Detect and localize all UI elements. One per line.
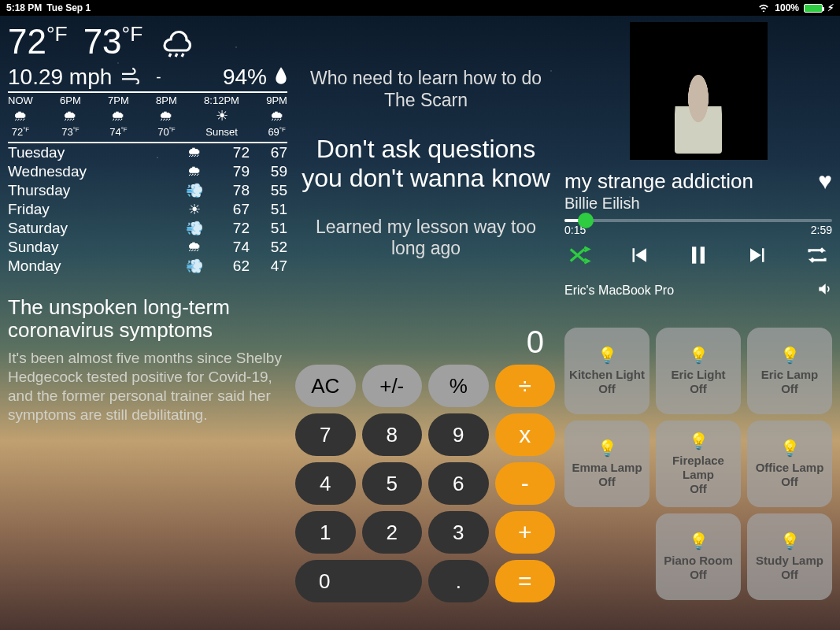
wind-speed: 10.29 mph	[8, 65, 112, 90]
rain-icon: 🌧	[179, 144, 210, 161]
svg-rect-0	[692, 246, 696, 263]
calc-decimal-button[interactable]: .	[428, 560, 489, 602]
wind-icon	[120, 67, 142, 88]
charging-icon: ⚡︎	[827, 2, 834, 13]
calc-0-button[interactable]: 0	[295, 560, 422, 602]
playback-progress[interactable]: 0:15 2:59	[564, 219, 832, 236]
battery-icon	[804, 4, 823, 13]
repeat-icon[interactable]	[805, 243, 829, 272]
tile-emma-lamp[interactable]: 💡Emma LampOff	[564, 421, 649, 507]
tile-office-lamp[interactable]: 💡Office LampOff	[747, 421, 832, 507]
rain-icon: 🌧	[266, 106, 287, 126]
progress-thumb[interactable]	[578, 213, 594, 228]
rain-icon: 🌧	[179, 163, 210, 180]
calc-4-button[interactable]: 4	[295, 462, 356, 505]
calc-1-button[interactable]: 1	[295, 511, 356, 554]
daily-forecast: Tuesday🌧7267 Wednesday🌧7959 Thursday💨785…	[8, 143, 287, 276]
current-temp: 72°F	[8, 22, 68, 61]
time-duration: 2:59	[811, 224, 832, 236]
news-headline: The unspoken long-term coronavirus sympt…	[8, 296, 287, 343]
track-title: my strange addiction	[564, 169, 812, 194]
pause-icon[interactable]	[686, 243, 711, 273]
previous-track-icon[interactable]	[627, 243, 650, 272]
calc-6-button[interactable]: 6	[428, 462, 489, 505]
calc-equals-button[interactable]: =	[495, 560, 556, 602]
artist-name: Billie Eilish	[564, 195, 832, 213]
lightbulb-icon: 💡	[780, 532, 800, 550]
wind-icon: 💨	[179, 182, 210, 199]
lightbulb-icon: 💡	[598, 439, 617, 458]
tile-fireplace-lamp[interactable]: 💡Fireplace LampOff	[656, 421, 741, 507]
news-widget[interactable]: The unspoken long-term coronavirus sympt…	[8, 296, 287, 424]
calc-5-button[interactable]: 5	[362, 462, 423, 505]
favorite-icon[interactable]: ♥	[818, 168, 832, 195]
playback-device[interactable]: Eric's MacBook Pro	[564, 284, 674, 298]
lyrics-widget[interactable]: Who need to learn how to do The Scarn Do…	[294, 22, 558, 424]
volume-icon[interactable]	[816, 281, 832, 300]
rain-icon: 🌧	[179, 239, 210, 255]
lightbulb-icon: 💡	[780, 439, 800, 458]
rain-icon: 🌧	[156, 106, 177, 126]
calc-add-button[interactable]: +	[495, 511, 556, 554]
album-art[interactable]	[630, 22, 768, 160]
wind-icon: 💨	[179, 220, 210, 237]
lightbulb-icon: 💡	[689, 432, 709, 450]
calc-2-button[interactable]: 2	[362, 511, 423, 554]
sunset-icon: ☀	[204, 106, 239, 126]
rain-icon: 🌧	[108, 106, 129, 126]
weather-condition-icon	[158, 22, 196, 68]
lightbulb-icon: 💡	[689, 532, 709, 550]
wind-icon: 💨	[179, 258, 210, 275]
news-body: It's been almost five months since Shelb…	[8, 349, 287, 424]
music-widget[interactable]: my strange addiction ♥ Billie Eilish 0:1…	[564, 22, 832, 424]
next-track-icon[interactable]	[746, 243, 770, 272]
rain-icon: 🌧	[8, 106, 33, 126]
lyric-current: Don't ask questions you don't wanna know	[302, 135, 550, 193]
wifi-icon	[757, 2, 770, 14]
hourly-forecast: NOW🌧72°F 6PM🌧73°F 7PM🌧74°F 8PM🌧70°F 8:12…	[8, 93, 287, 143]
humidity-icon	[275, 67, 287, 88]
status-time: 5:18 PM	[6, 2, 42, 13]
tile-piano-room[interactable]: 💡Piano RoomOff	[656, 513, 741, 600]
battery-percentage: 100%	[775, 2, 799, 13]
sun-icon: ☀	[179, 201, 210, 218]
lyric-previous: Who need to learn how to do The Scarn	[302, 68, 550, 111]
shuffle-icon[interactable]	[568, 243, 591, 272]
calc-subtract-button[interactable]: -	[495, 462, 556, 505]
tile-study-lamp[interactable]: 💡Study LampOff	[747, 513, 832, 600]
lyric-next: Learned my lesson way too long ago	[302, 217, 550, 260]
feels-like-temp: 73°F	[83, 22, 143, 61]
svg-rect-1	[701, 246, 705, 263]
calc-3-button[interactable]: 3	[428, 511, 489, 554]
humidity: 94%	[223, 65, 267, 90]
rain-icon: 🌧	[60, 106, 81, 126]
weather-widget[interactable]: 72°F 73°F 10.29 mph - 94% NOW🌧72°F 6	[8, 22, 287, 276]
status-date: Tue Sep 1	[46, 2, 91, 13]
status-bar: 5:18 PM Tue Sep 1 100% ⚡︎	[0, 0, 840, 16]
